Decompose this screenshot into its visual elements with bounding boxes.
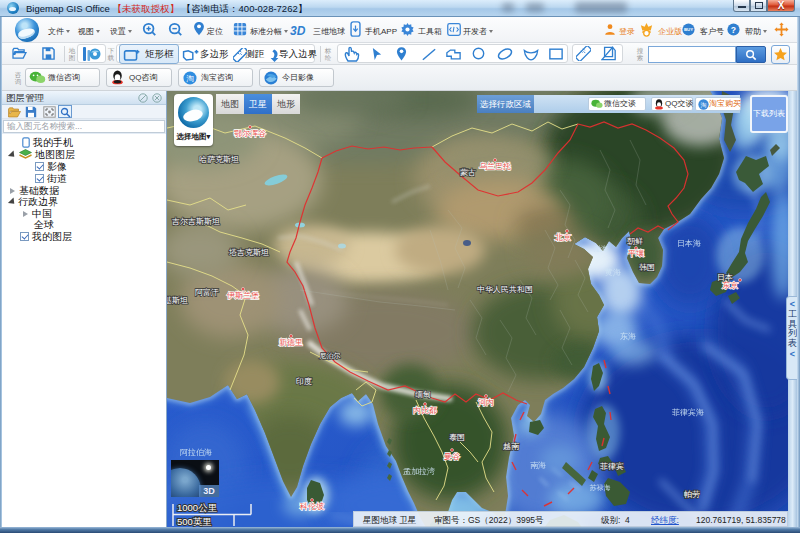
svg-text:内比都: 内比都 [413,406,437,415]
svg-text:哈萨克斯坦: 哈萨克斯坦 [199,155,239,164]
svg-text:?: ? [731,25,736,35]
svg-text:南海: 南海 [530,461,546,470]
svg-text:BUY: BUY [684,27,693,32]
svg-text:印度: 印度 [296,377,312,386]
svg-text:阿拉伯海: 阿拉伯海 [180,448,212,457]
svg-text:东京: 东京 [722,281,738,290]
svg-text:伊斯兰堡: 伊斯兰堡 [227,291,259,300]
svg-text:吉尔吉斯斯坦: 吉尔吉斯斯坦 [172,217,220,226]
svg-text:河内: 河内 [478,398,494,407]
svg-text:中华人民共和国: 中华人民共和国 [477,285,533,294]
svg-text:日本海: 日本海 [677,239,701,248]
svg-text:淘: 淘 [186,74,194,83]
svg-text:朝鲜: 朝鲜 [627,237,643,246]
svg-text:苏禄海: 苏禄海 [590,484,611,492]
svg-text:泰国: 泰国 [449,433,465,442]
svg-text:渤海: 渤海 [594,245,608,253]
svg-text:塔吉克斯坦: 塔吉克斯坦 [228,248,269,257]
svg-text:尼泊尔: 尼泊尔 [320,352,341,360]
svg-text:科伦坡: 科伦坡 [299,502,324,511]
svg-text:巴基斯坦: 巴基斯坦 [167,296,188,305]
svg-text:北京: 北京 [554,233,571,242]
svg-text:蒙古: 蒙古 [460,168,476,177]
svg-text:帕劳: 帕劳 [684,490,700,499]
svg-text:平壤: 平壤 [628,249,644,258]
svg-text:菲律宾: 菲律宾 [600,462,624,471]
svg-text:乌兰巴托: 乌兰巴托 [479,162,511,171]
svg-text:越南: 越南 [503,442,520,451]
svg-text:东海: 东海 [620,332,636,341]
svg-text:新德里: 新德里 [279,338,303,347]
svg-text:孟加拉湾: 孟加拉湾 [403,467,435,476]
svg-text:曼谷: 曼谷 [444,452,460,461]
svg-text:韩国: 韩国 [639,263,655,272]
svg-text:500英里: 500英里 [177,516,212,527]
svg-text:黄海: 黄海 [605,268,621,277]
svg-text:鄂尔浑谷: 鄂尔浑谷 [234,129,266,138]
svg-text:阿富汗: 阿富汗 [195,288,219,297]
svg-text:菲律宾海: 菲律宾海 [672,408,704,417]
svg-text:缅甸: 缅甸 [415,390,431,399]
svg-text:1000公里: 1000公里 [177,502,218,513]
svg-text:淘: 淘 [701,102,707,109]
